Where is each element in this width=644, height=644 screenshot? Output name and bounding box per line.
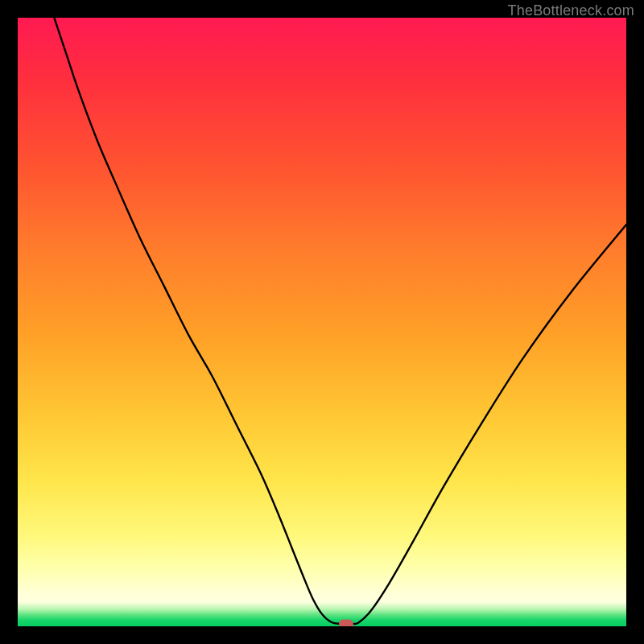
curve-layer xyxy=(18,18,626,626)
watermark-text: TheBottleneck.com xyxy=(508,2,634,19)
minimum-marker xyxy=(339,619,353,626)
plot-area xyxy=(18,18,626,626)
chart-frame: TheBottleneck.com xyxy=(0,0,644,644)
bottleneck-curve xyxy=(54,18,626,624)
